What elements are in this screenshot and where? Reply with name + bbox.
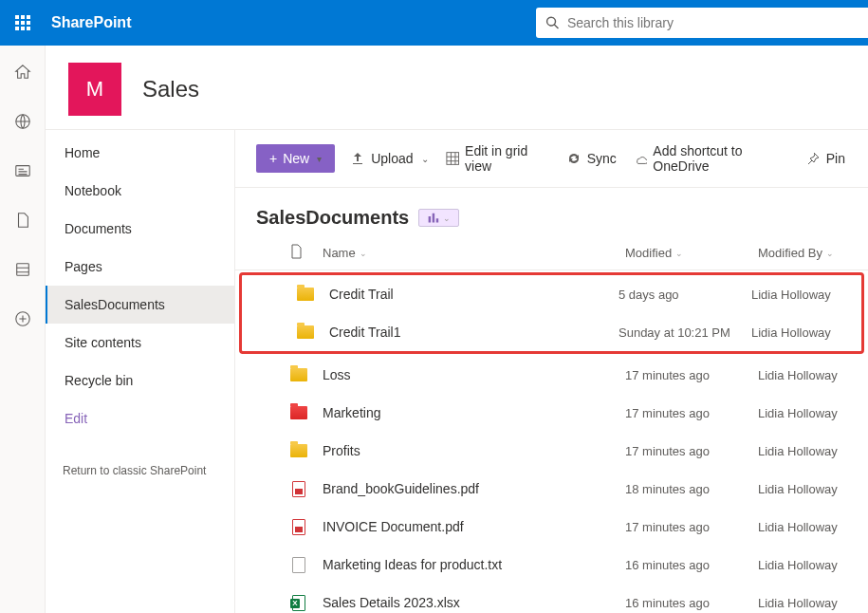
highlight-box: Credit Trail 5 days ago Lidia Holloway C…	[239, 272, 864, 354]
row-modified: Sunday at 10:21 PM	[619, 325, 751, 340]
rail-files-icon[interactable]	[8, 205, 38, 235]
sync-button[interactable]: Sync	[564, 147, 619, 170]
row-modified: 17 minutes ago	[625, 520, 758, 534]
global-rail	[0, 46, 46, 613]
folder-icon	[290, 367, 307, 382]
row-name[interactable]: Brand_bookGuidelines.pdf	[323, 481, 625, 496]
table-row[interactable]: INVOICE Document.pdf 17 minutes ago Lidi…	[256, 508, 847, 546]
col-modifiedby-header[interactable]: Modified By⌄	[758, 246, 847, 260]
site-logo[interactable]: M	[68, 63, 121, 116]
row-modifiedby[interactable]: Lidia Holloway	[758, 368, 847, 382]
library-title: SalesDocuments	[256, 207, 409, 229]
folder-icon	[290, 405, 307, 420]
rail-lists-icon[interactable]	[8, 254, 38, 285]
chevron-down-icon: ▾	[317, 154, 322, 164]
row-modifiedby[interactable]: Lidia Holloway	[758, 520, 847, 534]
row-name[interactable]: Sales Details 2023.xlsx	[323, 595, 625, 610]
row-name[interactable]: Marketing	[323, 405, 625, 420]
pin-icon	[805, 151, 821, 166]
table-row[interactable]: Credit Trail 5 days ago Lidia Holloway	[263, 275, 840, 313]
upload-button[interactable]: Upload ⌄	[348, 147, 430, 170]
rail-home-icon[interactable]	[8, 57, 38, 87]
nav-documents[interactable]: Documents	[46, 210, 234, 248]
main: M Sales Home Notebook Documents Pages Sa…	[46, 46, 868, 613]
folder-icon	[297, 325, 314, 340]
row-modifiedby[interactable]: Lidia Holloway	[751, 288, 840, 302]
table-row[interactable]: Sales Details 2023.xlsx 16 minutes ago L…	[256, 584, 847, 613]
search-box[interactable]	[536, 8, 868, 38]
row-modifiedby[interactable]: Lidia Holloway	[751, 325, 840, 340]
library-pane: + New ▾ Upload ⌄ Edit in grid view	[235, 129, 868, 613]
rail-globe-icon[interactable]	[8, 106, 38, 137]
xlsx-icon	[290, 595, 307, 610]
row-modifiedby[interactable]: Lidia Holloway	[758, 406, 847, 420]
folder-icon	[297, 287, 314, 302]
view-icon	[427, 212, 439, 224]
return-classic-link[interactable]: Return to classic SharePoint	[46, 437, 234, 477]
svg-rect-4	[446, 153, 458, 165]
edit-grid-button[interactable]: Edit in grid view	[444, 139, 551, 177]
search-wrap	[536, 8, 868, 38]
table-row[interactable]: Marketing Ideas for product.txt 16 minut…	[256, 546, 847, 584]
row-name[interactable]: Marketing Ideas for product.txt	[323, 557, 625, 572]
waffle-icon	[15, 15, 30, 30]
chevron-down-icon: ⌄	[421, 154, 429, 164]
table-row[interactable]: Profits 17 minutes ago Lidia Holloway	[256, 432, 847, 470]
search-input[interactable]	[567, 15, 859, 30]
nav-pages[interactable]: Pages	[46, 248, 234, 286]
txt-icon	[290, 557, 307, 572]
chevron-down-icon: ⌄	[360, 249, 367, 258]
table-row[interactable]: Loss 17 minutes ago Lidia Holloway	[256, 356, 847, 394]
rail-create-icon[interactable]	[8, 304, 38, 334]
row-name[interactable]: Loss	[323, 367, 625, 382]
pin-label: Pin	[826, 151, 845, 166]
nav-home[interactable]: Home	[46, 134, 234, 172]
svg-rect-2	[16, 264, 28, 276]
new-button[interactable]: + New ▾	[256, 144, 335, 173]
row-name[interactable]: Credit Trail	[329, 287, 619, 302]
view-selector[interactable]: ⌄	[418, 209, 459, 227]
row-modified: 16 minutes ago	[625, 558, 758, 572]
row-name[interactable]: Profits	[323, 443, 625, 458]
shortcut-button[interactable]: Add shortcut to OneDrive	[632, 139, 790, 177]
col-name-header[interactable]: Name⌄	[323, 246, 625, 260]
row-modified: 17 minutes ago	[625, 444, 758, 458]
shortcut-label: Add shortcut to OneDrive	[653, 143, 787, 174]
row-modifiedby[interactable]: Lidia Holloway	[758, 558, 847, 572]
row-modified: 5 days ago	[619, 288, 751, 302]
nav-edit[interactable]: Edit	[46, 399, 234, 437]
column-headers: Name⌄ Modified⌄ Modified By⌄	[235, 234, 868, 270]
command-bar: + New ▾ Upload ⌄ Edit in grid view	[235, 130, 868, 188]
plus-icon: +	[269, 151, 277, 166]
pdf-icon	[290, 519, 307, 534]
folder-icon	[290, 443, 307, 458]
nav-sitecontents[interactable]: Site contents	[46, 324, 234, 362]
table-row[interactable]: Marketing 17 minutes ago Lidia Holloway	[256, 394, 847, 432]
row-name[interactable]: Credit Trail1	[329, 325, 619, 340]
left-nav: Home Notebook Documents Pages SalesDocum…	[46, 129, 235, 613]
grid-icon	[446, 151, 459, 166]
nav-salesdocuments[interactable]: SalesDocuments	[46, 286, 234, 324]
sync-label: Sync	[587, 151, 617, 166]
row-modifiedby[interactable]: Lidia Holloway	[758, 444, 847, 458]
table-row[interactable]: Credit Trail1 Sunday at 10:21 PM Lidia H…	[263, 313, 840, 351]
edit-grid-label: Edit in grid view	[465, 143, 549, 174]
rail-news-icon[interactable]	[8, 156, 38, 186]
row-name[interactable]: INVOICE Document.pdf	[323, 519, 625, 534]
row-modified: 17 minutes ago	[625, 368, 758, 382]
search-icon	[545, 15, 560, 30]
app-launcher-button[interactable]	[0, 0, 46, 46]
nav-notebook[interactable]: Notebook	[46, 172, 234, 210]
row-modifiedby[interactable]: Lidia Holloway	[758, 482, 847, 496]
library-title-row: SalesDocuments ⌄	[235, 188, 868, 234]
pdf-icon	[290, 481, 307, 496]
nav-recyclebin[interactable]: Recycle bin	[46, 362, 234, 399]
table-row[interactable]: Brand_bookGuidelines.pdf 18 minutes ago …	[256, 470, 847, 508]
pin-button[interactable]: Pin	[803, 147, 847, 170]
new-label: New	[283, 151, 309, 166]
site-header: M Sales	[46, 46, 868, 129]
row-modifiedby[interactable]: Lidia Holloway	[758, 596, 847, 610]
col-type-icon[interactable]	[290, 244, 323, 262]
chevron-down-icon: ⌄	[443, 214, 451, 223]
col-modified-header[interactable]: Modified⌄	[625, 246, 758, 260]
